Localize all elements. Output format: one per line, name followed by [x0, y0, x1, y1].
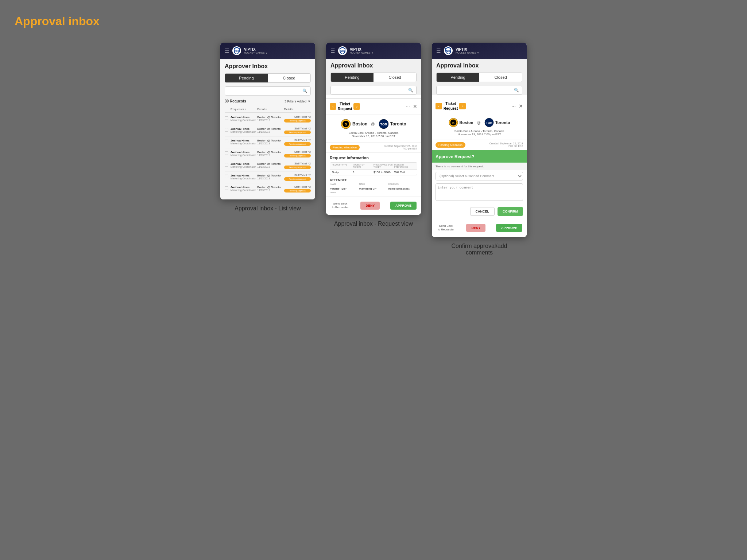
row-checkbox[interactable] [225, 175, 228, 178]
prev-button-3[interactable]: ‹ [436, 103, 442, 109]
more-options-icon-3[interactable]: ··· [511, 103, 516, 109]
action-buttons-2: Send Backto Requester DENY APPROVE [326, 197, 421, 215]
confirm-view-wrapper: ☰ NHL VIPTIX HOCKEY GAMES ∨ [432, 43, 527, 256]
col-requester: Requester ≡ [231, 108, 257, 111]
inbox-title-1: Approver Inbox [225, 63, 311, 70]
list-content: Approver Inbox Pending Closed 🔍 30 Reque… [220, 59, 315, 199]
canned-comment-select[interactable]: (Optional) Select a Canned Comment [436, 172, 523, 180]
svg-text:TOR: TOR [486, 121, 492, 125]
tab-closed-2[interactable]: Closed [374, 73, 416, 82]
tab-pending-1[interactable]: Pending [225, 74, 268, 82]
request-info-title-2: Request Information [330, 156, 417, 160]
cancel-button[interactable]: CANCEL [470, 207, 495, 216]
more-options-icon-2[interactable]: ··· [406, 104, 410, 109]
list-view-frame: ☰ NHL VIPTIX HOCKEY GAMES ∨ [220, 43, 315, 199]
prev-button-2[interactable]: ‹ [330, 103, 336, 110]
row-checkbox[interactable] [225, 186, 228, 190]
brand-block-2: VIPTIX HOCKEY GAMES ∨ [350, 47, 373, 54]
at-symbol-2: @ [371, 122, 375, 126]
td-header-type: REQUEST TYPE [332, 164, 353, 168]
boston-logo-2: B [341, 119, 351, 129]
row-checkbox[interactable] [225, 140, 228, 143]
next-button-2[interactable]: › [353, 103, 360, 110]
table-row[interactable]: Joshua HinesMarketing Coordinator Boston… [225, 183, 311, 195]
td-val-num: 3 [353, 171, 374, 174]
hamburger-icon-3[interactable]: ☰ [436, 48, 441, 54]
allocation-badge-2: Pending Allocation [330, 145, 360, 150]
search-bar-3: 🔍 [436, 86, 522, 95]
table-row[interactable]: Joshua HinesMarketing Coordinator Boston… [225, 137, 311, 148]
row-checkbox[interactable] [225, 163, 228, 167]
comment-textarea-wrapper [432, 182, 527, 204]
confirm-view-label: Confirm approval/addcomments [452, 243, 507, 256]
approve-button-2[interactable]: APPROVE [390, 202, 417, 210]
search-icon-1: 🔍 [302, 89, 307, 93]
close-icon-2[interactable]: ✕ [413, 104, 417, 109]
table-row[interactable]: Joshua HinesMarketing Coordinator Boston… [225, 160, 311, 172]
game-date-2: November 13, 2018 7:00 pm EST [330, 135, 417, 138]
search-icon-3: 🔍 [514, 88, 519, 93]
request-content-top: Approval Inbox Pending Closed 🔍 [326, 59, 421, 95]
table-row[interactable]: Joshua HinesMarketing Coordinator Boston… [225, 125, 311, 137]
attendee-label-2: ATTENDEE [330, 178, 417, 182]
table-row[interactable]: Joshua HinesMarketing Coordinator Boston… [225, 113, 311, 125]
filters-badge-1[interactable]: 3 Filters Added ▼ [285, 100, 311, 103]
hamburger-icon-2[interactable]: ☰ [330, 48, 335, 54]
ticket-details-2: REQUEST TYPE NUMBER OF TICKETS PRICE RAN… [330, 162, 417, 175]
app-header-3: ☰ NHL VIPTIX HOCKEY GAMES ∨ [432, 43, 527, 59]
attendee-col-company: COMPANY [388, 183, 417, 185]
confirm-button[interactable]: CONFIRM [498, 207, 523, 216]
attendee-col-name: NAME [330, 183, 359, 185]
approve-button-3[interactable]: APPROVE [496, 224, 522, 232]
nhl-logo-1: NHL [232, 46, 241, 55]
table-header-1: Requester ≡ Event ≡ Detail ≡ [225, 106, 311, 113]
search-input-2[interactable] [334, 88, 408, 92]
row-checkbox[interactable] [225, 151, 228, 155]
attendee-section-2: ATTENDEE NAME TITLE COMPANY Pauline Tyle… [330, 178, 417, 194]
tab-closed-1[interactable]: Closed [268, 74, 310, 82]
deny-button-2[interactable]: DENY [360, 202, 380, 210]
table-row[interactable]: Joshua HinesMarketing Coordinator Boston… [225, 148, 311, 160]
col-event: Event ≡ [257, 108, 284, 111]
tab-closed-3[interactable]: Closed [479, 73, 522, 82]
svg-text:B: B [452, 121, 454, 125]
send-back-button-2[interactable]: Send Backto Requester [330, 201, 350, 211]
created-info-2: Created: September 25, 20187:00 pm EST [384, 145, 417, 150]
request-modal: ‹ TicketRequest › ··· ✕ [326, 98, 421, 215]
confirm-modal: ‹ TicketRequest › ··· ✕ [432, 98, 527, 237]
deny-button-3[interactable]: DENY [466, 224, 485, 232]
td-val-price: $150 to $800 [374, 171, 394, 174]
request-view-label: Approval inbox - Request view [334, 221, 413, 227]
approve-dialog: Approve Request? [432, 150, 527, 163]
app-header-2: ☰ NHL VIPTIX HOCKEY GAMES ∨ [326, 43, 421, 59]
close-icon-3[interactable]: ✕ [519, 103, 523, 109]
next-button-3[interactable]: › [459, 103, 466, 109]
table-row[interactable]: Joshua HinesMarketing Coordinator Boston… [225, 172, 311, 183]
search-input-1[interactable] [228, 89, 302, 93]
team-away-name-3: Boston [460, 120, 473, 125]
send-back-button-3[interactable]: Send Backto Requester [436, 223, 456, 233]
brand-sub-2: HOCKEY GAMES ∨ [350, 51, 373, 54]
venue-2: Soctia Bank Areana - Toronto, Canada [330, 131, 417, 135]
hamburger-icon-1[interactable]: ☰ [225, 48, 229, 54]
team-home-name-2: Toronto [390, 121, 406, 127]
teams-section-3: B Boston @ TOR Toronto [432, 114, 527, 140]
row-checkbox[interactable] [225, 116, 228, 120]
svg-text:B: B [345, 122, 347, 126]
comment-textarea[interactable] [436, 183, 523, 201]
game-date-3: November 13, 2018 7:00 pm EST [436, 133, 523, 136]
attendee-col-title: TITLE [359, 183, 388, 185]
search-bar-2: 🔍 [330, 86, 417, 95]
search-input-3[interactable] [440, 88, 514, 92]
modal-nav-3: ‹ TicketRequest › [436, 101, 466, 111]
created-info-3: Created: September 25, 20187:00 pm EST [489, 142, 523, 147]
email-label-2: EMAIL [330, 191, 417, 194]
team-away-name-2: Boston [352, 121, 367, 127]
attendee-company-2: Acme Broadcast [388, 187, 417, 190]
tab-pending-2[interactable]: Pending [331, 73, 374, 82]
row-checkbox[interactable] [225, 128, 228, 132]
brand-name-1: VIPTIX [244, 47, 267, 51]
canned-comment-wrapper: (Optional) Select a Canned Comment [432, 170, 527, 182]
venue-3: Soctia Bank Areana - Toronto, Canada [436, 129, 523, 133]
tab-pending-3[interactable]: Pending [437, 73, 479, 82]
